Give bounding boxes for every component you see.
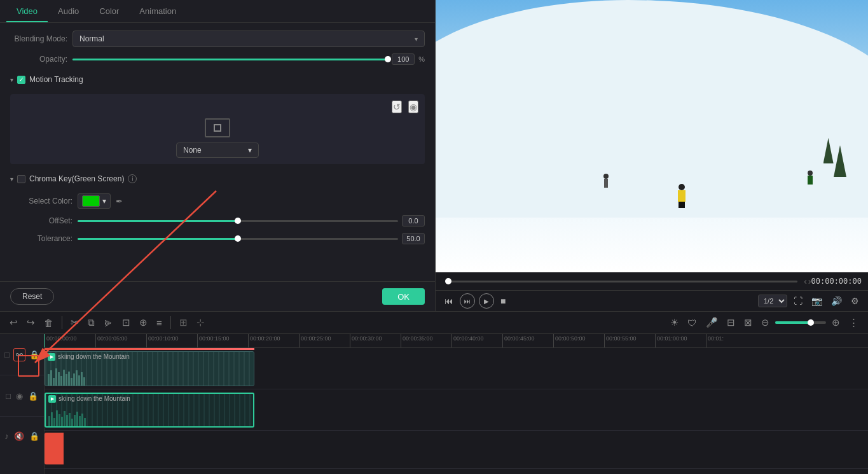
video-clip-2[interactable]: ▶ skiing down the Mountain (45, 393, 254, 428)
toolbar-more[interactable]: ⋮ (846, 315, 862, 330)
track-visibility-btn[interactable]: □ (3, 349, 11, 361)
volume-button[interactable]: 🔊 (829, 295, 844, 307)
toolbar-sun[interactable]: ☀ (667, 315, 682, 330)
ruler-mark-12: 00:01:00:00 (655, 334, 706, 347)
ruler-mark-5: 00:00:25:00 (299, 334, 350, 347)
toolbar-pip[interactable]: ⊠ (741, 315, 755, 330)
toolbar-cut[interactable]: ✂ (67, 315, 82, 330)
toolbar-align[interactable]: ≡ (153, 316, 165, 330)
opacity-value[interactable]: 100 (392, 53, 415, 65)
chroma-key-header[interactable]: ▾ Chroma Key(Green Screen) i (10, 171, 425, 187)
opacity-slider-thumb[interactable] (385, 56, 391, 62)
tracking-box (205, 118, 230, 137)
track-row-audio (45, 431, 868, 469)
chevron-down-icon: ▾ (10, 176, 13, 183)
ruler-mark-11: 00:00:55:00 (604, 334, 655, 347)
toolbar-add-track[interactable]: ⊞ (176, 315, 191, 330)
eyedropper-icon[interactable]: ✒ (116, 197, 123, 206)
fullscreen-button[interactable]: ⛶ (791, 295, 805, 307)
audio-note-btn[interactable]: ♪ (3, 430, 10, 442)
toolbar-shield[interactable]: 🛡 (684, 316, 700, 330)
preview-progress-bar[interactable] (448, 281, 797, 282)
offset-label: OffSet: (15, 216, 72, 225)
toolbar-right: ☀ 🛡 🎤 ⊟ ⊠ ⊖ ⊕ ⋮ (667, 315, 862, 330)
clip2-play-icon: ▶ (48, 395, 56, 403)
track-link-btn[interactable]: ⚯ (13, 348, 25, 361)
settings-button[interactable]: ⚙ (848, 295, 862, 307)
transport-step-back[interactable]: ⏭ (460, 293, 475, 309)
tabs: Video Audio Color Animation (0, 0, 435, 23)
toolbar: ↩ ↪ 🗑 ✂ ⧉ ⫸ ⊡ ⊕ ≡ ⊞ ⊹ ☀ 🛡 🎤 ⊟ ⊠ ⊖ ⊕ ⋮ (0, 311, 868, 334)
tracking-reset-icon[interactable]: ↺ (392, 101, 402, 113)
toolbar-mic[interactable]: 🎤 (703, 315, 721, 330)
tolerance-slider-track[interactable] (78, 238, 398, 240)
tab-color[interactable]: Color (89, 0, 129, 22)
toolbar-zoom-out[interactable]: ⊖ (758, 315, 773, 330)
color-swatch-dropdown[interactable]: ▾ (78, 193, 111, 209)
waveform-2 (46, 407, 253, 426)
tab-audio[interactable]: Audio (48, 0, 89, 22)
offset-slider-thumb[interactable] (235, 218, 241, 224)
offset-value[interactable]: 0.0 (402, 215, 425, 227)
toolbar-overlay[interactable]: ⊟ (724, 315, 738, 330)
blending-mode-dropdown[interactable]: Normal ▾ (72, 31, 425, 47)
toolbar-zoom-in[interactable]: ⊕ (829, 315, 843, 330)
track2-eye-btn[interactable]: ◉ (15, 390, 24, 402)
tracking-visibility-icon[interactable]: ◉ (408, 101, 418, 113)
toolbar-pointer[interactable]: ⊹ (193, 315, 208, 330)
toolbar-subtitle[interactable]: ⊡ (119, 315, 134, 330)
chroma-key-title: Chroma Key(Green Screen) (29, 174, 124, 183)
toolbar-copy[interactable]: ⧉ (85, 315, 98, 330)
audio-mute-btn[interactable]: 🔇 (13, 430, 25, 442)
toolbar-split[interactable]: ⫸ (100, 316, 116, 330)
ok-button[interactable]: OK (382, 288, 425, 305)
video-clip-1[interactable]: ▶ skiing down the Mountain (45, 351, 254, 386)
track-row-1: ▶ skiing down the Mountain (45, 348, 868, 389)
tolerance-slider-fill (78, 238, 238, 240)
toolbar-redo[interactable]: ↪ (24, 315, 38, 330)
tab-video[interactable]: Video (6, 0, 48, 22)
tracking-type-dropdown[interactable]: None ▾ (176, 143, 259, 158)
skier-1-head (603, 174, 609, 179)
toolbar-motion[interactable]: ⊕ (136, 315, 151, 330)
toolbar-divider-1 (62, 316, 62, 329)
toolbar-delete[interactable]: 🗑 (41, 316, 57, 330)
track-lock-btn[interactable]: 🔒 (28, 349, 41, 361)
info-icon[interactable]: i (128, 174, 137, 183)
toolbar-undo[interactable]: ↩ (6, 315, 21, 330)
motion-tracking-checkbox[interactable] (17, 76, 25, 84)
preview-progress-thumb[interactable] (445, 278, 451, 284)
chroma-key-checkbox[interactable] (17, 175, 25, 183)
nav-prev-button[interactable]: ‹ (804, 276, 807, 286)
tracking-target (214, 124, 221, 132)
preview-image (436, 0, 868, 272)
chroma-key-content: Select Color: ▾ ✒ OffSet: (10, 193, 425, 244)
offset-slider-track[interactable] (78, 220, 398, 222)
transport-skip-back[interactable]: ⏮ (442, 295, 456, 307)
speed-select[interactable]: 1/2 1 2 (758, 295, 787, 307)
nav-arrows: ‹ › (804, 276, 811, 286)
motion-tracking-header[interactable]: ▾ Motion Tracking (10, 71, 425, 88)
skier-2-head (679, 184, 685, 190)
audio-clip[interactable] (45, 433, 64, 464)
tolerance-value[interactable]: 50.0 (402, 233, 425, 244)
reset-button[interactable]: Reset (10, 288, 54, 305)
toolbar-divider-2 (170, 316, 171, 329)
zoom-thumb[interactable] (808, 319, 814, 326)
transport-stop[interactable]: ■ (498, 295, 508, 307)
timeline-zoom-slider[interactable] (775, 321, 826, 324)
opacity-slider-track[interactable] (72, 59, 388, 60)
chevron-down-icon: ▾ (248, 146, 252, 155)
ruler-mark-8: 00:00:40:00 (451, 334, 502, 347)
track2-visibility-btn[interactable]: □ (4, 390, 12, 402)
transport-play[interactable]: ▶ (479, 293, 494, 309)
track2-lock-btn[interactable]: 🔒 (27, 390, 39, 402)
tolerance-slider-thumb[interactable] (235, 235, 241, 242)
tab-animation[interactable]: Animation (129, 0, 186, 22)
snapshot-button[interactable]: 📷 (809, 295, 825, 307)
video-clip-1-inner: ▶ skiing down the Mountain (45, 352, 254, 386)
skier-2-jacket (678, 190, 685, 202)
playhead[interactable] (45, 334, 45, 347)
timeline-ruler[interactable]: 00:00:00:00 00:00:05:00 00:00:10:00 00:0… (45, 334, 868, 348)
audio-lock-btn[interactable]: 🔒 (28, 430, 41, 442)
